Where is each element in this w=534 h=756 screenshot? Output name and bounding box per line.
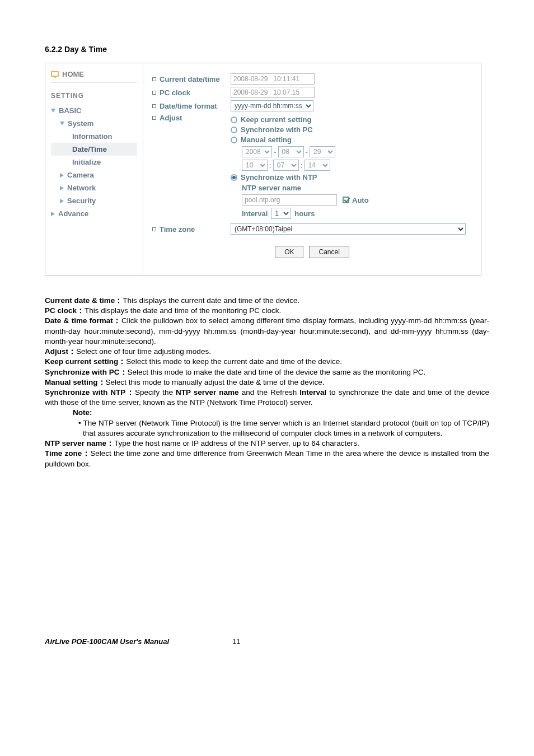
cancel-button[interactable]: Cancel bbox=[309, 246, 349, 258]
radio-label: Synchronize with PC bbox=[241, 125, 313, 134]
interval-row: Interval 1 hours bbox=[242, 208, 472, 219]
divider bbox=[51, 82, 137, 83]
nav-label: Advance bbox=[58, 209, 88, 218]
sidebar: HOME SETTING BASIC System Information Da… bbox=[45, 63, 143, 275]
term: Adjust： bbox=[45, 347, 76, 356]
manual-date-inputs: 2008 - 08 - 29 bbox=[242, 146, 472, 157]
radio-sync-ntp[interactable]: Synchronize with NTP bbox=[231, 173, 472, 181]
radio-label: Keep current setting bbox=[241, 115, 311, 124]
desc: This displays the current date and time … bbox=[123, 296, 299, 305]
term: Synchronize with PC： bbox=[45, 368, 128, 376]
nav-label: Security bbox=[67, 197, 96, 205]
radio-manual[interactable]: Manual setting bbox=[231, 136, 472, 144]
setting-heading: SETTING bbox=[51, 92, 137, 100]
square-icon bbox=[152, 91, 156, 95]
desc: Select the time zone and time difference… bbox=[45, 449, 489, 468]
desc: Select one of four time adjusting modes. bbox=[76, 347, 211, 356]
form-panel: Current date/time PC clock Date/time for… bbox=[143, 63, 481, 275]
timezone-select[interactable]: (GMT+08:00)Taipei bbox=[231, 223, 466, 235]
page-footer: AirLive POE-100CAM User's Manual 11 bbox=[45, 637, 489, 646]
nav-information[interactable]: Information bbox=[51, 130, 137, 143]
nav-datetime[interactable]: Date/Time bbox=[51, 143, 137, 156]
term: Synchronize with NTP： bbox=[45, 388, 135, 396]
field-label: Current date/time bbox=[160, 75, 220, 83]
square-icon bbox=[152, 116, 156, 120]
row-current-datetime: Current date/time bbox=[152, 72, 472, 86]
current-datetime-value bbox=[231, 73, 315, 85]
square-icon bbox=[152, 104, 156, 108]
field-label: Time zone bbox=[160, 225, 195, 234]
manual-time-inputs: 10 : 07 : 14 bbox=[242, 160, 472, 171]
desc: This displays the date and time of the m… bbox=[85, 306, 281, 315]
radio-checked-icon bbox=[231, 174, 237, 181]
nav-network[interactable]: Network bbox=[51, 181, 137, 194]
ntp-server-input[interactable] bbox=[242, 194, 337, 206]
nav-label: Network bbox=[67, 184, 96, 192]
term: Current date & time： bbox=[45, 296, 123, 305]
row-adjust: Adjust Keep current setting Synchronize … bbox=[152, 113, 472, 222]
term: Keep current setting： bbox=[45, 357, 126, 366]
chevron-right-icon bbox=[60, 186, 64, 190]
hour-select[interactable]: 10 bbox=[242, 160, 268, 171]
description-text: Current date & time：This displays the cu… bbox=[45, 296, 489, 469]
auto-label: Auto bbox=[352, 196, 369, 204]
nav-label: Initialize bbox=[72, 158, 101, 166]
date-format-select[interactable]: yyyy-mm-dd hh:mm:ss bbox=[231, 100, 313, 111]
monitor-icon bbox=[51, 71, 59, 78]
button-row: OK Cancel bbox=[152, 246, 472, 258]
radio-label: Manual setting bbox=[241, 136, 292, 144]
desc: Select this mode to manually adjust the … bbox=[106, 378, 325, 386]
radio-sync-pc[interactable]: Synchronize with PC bbox=[231, 125, 472, 134]
page-number: 11 bbox=[232, 637, 240, 646]
svg-rect-0 bbox=[51, 72, 58, 76]
radio-icon bbox=[231, 137, 237, 143]
nav-system[interactable]: System bbox=[51, 117, 137, 130]
radio-keep-current[interactable]: Keep current setting bbox=[231, 115, 472, 124]
chevron-right-icon bbox=[60, 173, 64, 178]
row-timezone: Time zone (GMT+08:00)Taipei bbox=[152, 222, 472, 236]
minute-select[interactable]: 07 bbox=[273, 160, 299, 171]
year-select[interactable]: 2008 bbox=[242, 146, 272, 157]
term: NTP server name bbox=[176, 388, 239, 396]
desc: Select this mode to make the date and ti… bbox=[128, 368, 426, 376]
square-icon bbox=[152, 77, 156, 81]
nav-label: Date/Time bbox=[72, 145, 107, 153]
term: Manual setting： bbox=[45, 378, 106, 386]
radio-icon bbox=[231, 127, 237, 133]
radio-icon bbox=[231, 116, 237, 123]
home-label: HOME bbox=[62, 70, 84, 78]
nav-advance[interactable]: Advance bbox=[51, 207, 137, 220]
ntp-server-row: Auto bbox=[242, 194, 472, 206]
hours-label: hours bbox=[294, 209, 315, 218]
nav-label: Camera bbox=[67, 171, 94, 179]
term: PC clock： bbox=[45, 306, 85, 315]
desc: and the Refresh bbox=[239, 388, 300, 396]
nav-label: System bbox=[68, 119, 93, 128]
interval-select[interactable]: 1 bbox=[271, 208, 291, 219]
nav-camera[interactable]: Camera bbox=[51, 169, 137, 181]
chevron-down-icon bbox=[60, 122, 64, 125]
chevron-right-icon bbox=[51, 212, 55, 216]
term: Interval bbox=[299, 388, 326, 396]
day-select[interactable]: 29 bbox=[310, 146, 335, 157]
svg-rect-1 bbox=[54, 77, 56, 78]
section-heading: 6.2.2 Day & Time bbox=[45, 45, 489, 54]
field-label: Date/time format bbox=[160, 102, 217, 110]
nav-label: BASIC bbox=[59, 106, 81, 115]
chevron-down-icon bbox=[51, 109, 55, 113]
nav-basic[interactable]: BASIC bbox=[51, 104, 137, 117]
field-label: PC clock bbox=[160, 88, 190, 97]
desc: Type the host name or IP address of the … bbox=[114, 439, 359, 447]
ntp-server-heading: NTP server name bbox=[242, 184, 472, 192]
home-link[interactable]: HOME bbox=[51, 70, 137, 78]
term: NTP server name： bbox=[45, 439, 114, 447]
note-bullet: • The NTP server (Network Time Protocol)… bbox=[78, 418, 489, 438]
month-select[interactable]: 08 bbox=[278, 146, 304, 157]
nav-security[interactable]: Security bbox=[51, 194, 137, 207]
ok-button[interactable]: OK bbox=[275, 246, 303, 258]
auto-checkbox[interactable] bbox=[343, 197, 349, 203]
square-icon bbox=[152, 227, 156, 231]
interval-label: Interval bbox=[242, 209, 268, 218]
nav-initialize[interactable]: Initialize bbox=[51, 156, 137, 169]
second-select[interactable]: 14 bbox=[305, 160, 330, 171]
